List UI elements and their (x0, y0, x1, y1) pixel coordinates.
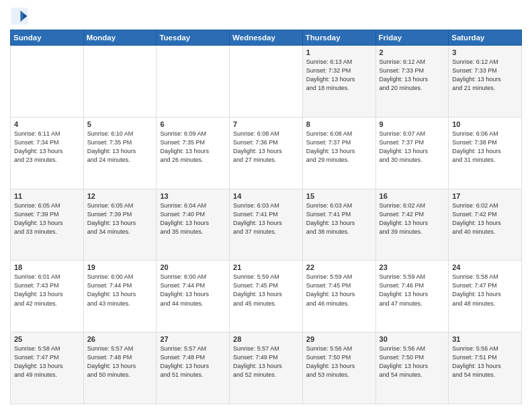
day-info: Sunrise: 6:00 AM Sunset: 7:44 PM Dayligh… (160, 273, 226, 308)
day-cell: 24Sunrise: 5:58 AM Sunset: 7:47 PM Dayli… (449, 261, 522, 332)
day-number: 8 (306, 120, 372, 128)
page: SundayMondayTuesdayWednesdayThursdayFrid… (0, 0, 532, 411)
day-info: Sunrise: 6:06 AM Sunset: 7:38 PM Dayligh… (452, 130, 518, 165)
day-info: Sunrise: 6:03 AM Sunset: 7:41 PM Dayligh… (233, 201, 299, 236)
day-info: Sunrise: 6:01 AM Sunset: 7:43 PM Dayligh… (14, 273, 80, 308)
col-header-wednesday: Wednesday (230, 30, 303, 46)
day-cell: 1Sunrise: 6:13 AM Sunset: 7:32 PM Daylig… (302, 46, 375, 118)
day-info: Sunrise: 6:09 AM Sunset: 7:35 PM Dayligh… (160, 130, 226, 165)
day-cell: 31Sunrise: 5:56 AM Sunset: 7:51 PM Dayli… (449, 332, 522, 404)
day-info: Sunrise: 6:08 AM Sunset: 7:37 PM Dayligh… (306, 130, 372, 165)
day-info: Sunrise: 6:11 AM Sunset: 7:34 PM Dayligh… (14, 130, 80, 165)
day-number: 13 (160, 192, 226, 200)
day-number: 16 (380, 192, 445, 200)
day-info: Sunrise: 6:03 AM Sunset: 7:41 PM Dayligh… (306, 201, 372, 236)
day-number: 28 (233, 335, 299, 343)
day-cell (230, 46, 303, 118)
col-header-monday: Monday (83, 30, 157, 46)
week-row-4: 18Sunrise: 6:01 AM Sunset: 7:43 PM Dayli… (11, 261, 522, 332)
day-info: Sunrise: 6:13 AM Sunset: 7:32 PM Dayligh… (306, 58, 372, 93)
header (10, 7, 522, 26)
day-number: 7 (233, 120, 299, 128)
day-info: Sunrise: 6:02 AM Sunset: 7:42 PM Dayligh… (452, 201, 518, 236)
day-cell: 16Sunrise: 6:02 AM Sunset: 7:42 PM Dayli… (375, 189, 449, 261)
day-info: Sunrise: 5:57 AM Sunset: 7:49 PM Dayligh… (233, 345, 299, 379)
day-cell: 28Sunrise: 5:57 AM Sunset: 7:49 PM Dayli… (230, 332, 303, 404)
day-cell (83, 46, 157, 118)
day-cell: 11Sunrise: 6:05 AM Sunset: 7:39 PM Dayli… (11, 189, 84, 261)
day-number: 3 (452, 48, 518, 56)
day-cell (157, 46, 230, 118)
day-number: 5 (87, 120, 153, 128)
logo-icon (10, 7, 29, 26)
day-cell (11, 46, 84, 118)
day-number: 20 (160, 263, 226, 271)
day-cell: 14Sunrise: 6:03 AM Sunset: 7:41 PM Dayli… (230, 189, 303, 261)
day-cell: 9Sunrise: 6:07 AM Sunset: 7:37 PM Daylig… (375, 117, 449, 189)
day-info: Sunrise: 5:57 AM Sunset: 7:48 PM Dayligh… (87, 345, 153, 379)
day-info: Sunrise: 5:58 AM Sunset: 7:47 PM Dayligh… (452, 273, 518, 308)
day-number: 14 (233, 192, 299, 200)
calendar-body: 1Sunrise: 6:13 AM Sunset: 7:32 PM Daylig… (11, 46, 522, 404)
day-cell: 8Sunrise: 6:08 AM Sunset: 7:37 PM Daylig… (302, 117, 375, 189)
day-info: Sunrise: 5:59 AM Sunset: 7:46 PM Dayligh… (380, 273, 445, 308)
day-number: 26 (87, 335, 153, 343)
day-info: Sunrise: 5:59 AM Sunset: 7:45 PM Dayligh… (233, 273, 299, 308)
day-number: 12 (87, 192, 153, 200)
day-cell: 27Sunrise: 5:57 AM Sunset: 7:48 PM Dayli… (157, 332, 230, 404)
day-number: 11 (14, 192, 80, 200)
week-row-5: 25Sunrise: 5:58 AM Sunset: 7:47 PM Dayli… (11, 332, 522, 404)
day-cell: 22Sunrise: 5:59 AM Sunset: 7:45 PM Dayli… (302, 261, 375, 332)
day-cell: 23Sunrise: 5:59 AM Sunset: 7:46 PM Dayli… (375, 261, 449, 332)
day-number: 2 (380, 48, 445, 56)
day-info: Sunrise: 5:57 AM Sunset: 7:48 PM Dayligh… (160, 345, 226, 379)
col-header-tuesday: Tuesday (157, 30, 230, 46)
day-number: 17 (452, 192, 518, 200)
day-number: 4 (14, 120, 80, 128)
day-cell: 15Sunrise: 6:03 AM Sunset: 7:41 PM Dayli… (302, 189, 375, 261)
day-cell: 30Sunrise: 5:56 AM Sunset: 7:50 PM Dayli… (375, 332, 449, 404)
day-number: 21 (233, 263, 299, 271)
day-cell: 10Sunrise: 6:06 AM Sunset: 7:38 PM Dayli… (449, 117, 522, 189)
day-info: Sunrise: 6:07 AM Sunset: 7:37 PM Dayligh… (380, 130, 445, 165)
day-info: Sunrise: 5:56 AM Sunset: 7:51 PM Dayligh… (452, 345, 518, 379)
day-info: Sunrise: 6:10 AM Sunset: 7:35 PM Dayligh… (87, 130, 153, 165)
day-number: 24 (452, 263, 518, 271)
day-number: 22 (306, 263, 372, 271)
day-cell: 12Sunrise: 6:05 AM Sunset: 7:39 PM Dayli… (83, 189, 157, 261)
week-row-2: 4Sunrise: 6:11 AM Sunset: 7:34 PM Daylig… (11, 117, 522, 189)
day-number: 31 (452, 335, 518, 343)
day-cell: 17Sunrise: 6:02 AM Sunset: 7:42 PM Dayli… (449, 189, 522, 261)
week-row-1: 1Sunrise: 6:13 AM Sunset: 7:32 PM Daylig… (11, 46, 522, 118)
day-info: Sunrise: 5:56 AM Sunset: 7:50 PM Dayligh… (306, 345, 372, 379)
col-header-friday: Friday (375, 30, 449, 46)
col-header-thursday: Thursday (302, 30, 375, 46)
day-info: Sunrise: 6:12 AM Sunset: 7:33 PM Dayligh… (380, 58, 445, 93)
logo (10, 7, 32, 26)
day-number: 10 (452, 120, 518, 128)
day-number: 30 (380, 335, 445, 343)
day-cell: 3Sunrise: 6:12 AM Sunset: 7:33 PM Daylig… (449, 46, 522, 118)
calendar-table: SundayMondayTuesdayWednesdayThursdayFrid… (10, 30, 522, 404)
day-cell: 29Sunrise: 5:56 AM Sunset: 7:50 PM Dayli… (302, 332, 375, 404)
day-info: Sunrise: 6:05 AM Sunset: 7:39 PM Dayligh… (87, 201, 153, 236)
day-info: Sunrise: 6:12 AM Sunset: 7:33 PM Dayligh… (452, 58, 518, 93)
day-number: 29 (306, 335, 372, 343)
day-cell: 4Sunrise: 6:11 AM Sunset: 7:34 PM Daylig… (11, 117, 84, 189)
day-cell: 13Sunrise: 6:04 AM Sunset: 7:40 PM Dayli… (157, 189, 230, 261)
day-cell: 20Sunrise: 6:00 AM Sunset: 7:44 PM Dayli… (157, 261, 230, 332)
day-number: 6 (160, 120, 226, 128)
day-number: 23 (380, 263, 445, 271)
col-header-sunday: Sunday (11, 30, 84, 46)
day-info: Sunrise: 6:02 AM Sunset: 7:42 PM Dayligh… (380, 201, 445, 236)
day-number: 25 (14, 335, 80, 343)
day-number: 1 (306, 48, 372, 56)
day-number: 19 (87, 263, 153, 271)
day-cell: 25Sunrise: 5:58 AM Sunset: 7:47 PM Dayli… (11, 332, 84, 404)
header-row: SundayMondayTuesdayWednesdayThursdayFrid… (11, 30, 522, 46)
calendar-header: SundayMondayTuesdayWednesdayThursdayFrid… (11, 30, 522, 46)
day-number: 27 (160, 335, 226, 343)
day-cell: 18Sunrise: 6:01 AM Sunset: 7:43 PM Dayli… (11, 261, 84, 332)
day-info: Sunrise: 6:05 AM Sunset: 7:39 PM Dayligh… (14, 201, 80, 236)
day-cell: 7Sunrise: 6:08 AM Sunset: 7:36 PM Daylig… (230, 117, 303, 189)
